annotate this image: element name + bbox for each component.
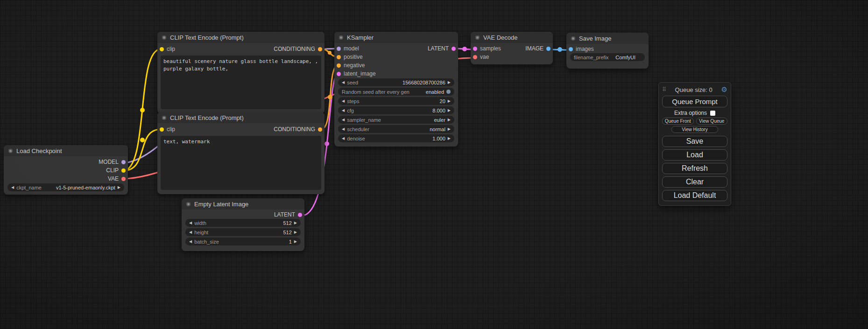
collapse-dot-icon[interactable] [8,149,13,153]
clip-port-icon[interactable] [160,47,164,51]
model-port-icon[interactable] [121,160,126,164]
node-title-bar[interactable]: Load Checkpoint [4,145,128,156]
collapse-dot-icon[interactable] [186,202,191,206]
increment-arrow-icon[interactable] [294,229,297,236]
output-vae[interactable]: VAE [108,175,126,182]
input-samples[interactable]: samples [473,45,501,52]
conditioning-port-icon[interactable] [318,127,322,132]
width-widget[interactable]: width 512 [186,219,300,226]
decrement-arrow-icon[interactable] [342,79,345,86]
vae-port-icon[interactable] [121,177,126,181]
queue-front-button[interactable]: Queue Front [662,118,694,125]
sampler-name-widget[interactable]: sampler_name euler [339,116,454,123]
increment-arrow-icon[interactable] [294,238,297,245]
drag-handle-icon[interactable]: ⠿ [662,86,666,93]
output-model[interactable]: MODEL [99,159,126,165]
output-clip[interactable]: CLIP [106,167,126,174]
ckpt-name-widget[interactable]: ckpt_name v1-5-pruned-emaonly.ckpt [8,184,124,191]
node-graph-canvas[interactable]: Load Checkpoint MODEL CLIP VAE [0,0,868,329]
increment-arrow-icon[interactable] [448,135,451,142]
input-vae[interactable]: vae [473,54,489,60]
view-queue-button[interactable]: View Queue [696,118,728,125]
increment-arrow-icon[interactable] [448,126,451,133]
decrement-arrow-icon[interactable] [189,229,192,236]
increment-arrow-icon[interactable] [448,98,451,105]
increment-arrow-icon[interactable] [118,184,120,191]
cfg-widget[interactable]: cfg 8.000 [339,107,454,114]
latent-port-icon[interactable] [473,47,477,51]
comfy-menu-panel[interactable]: ⠿ Queue size: 0 ⚙ Queue Prompt Extra opt… [658,82,731,206]
collapse-dot-icon[interactable] [571,36,575,41]
increment-arrow-icon[interactable] [448,116,451,123]
random-seed-toggle-widget[interactable]: Random seed after every gen enabled [339,88,454,95]
decrement-arrow-icon[interactable] [189,238,192,245]
latent-port-icon[interactable] [298,213,302,217]
node-title-bar[interactable]: KSampler [334,32,458,43]
decrement-arrow-icon[interactable] [342,98,345,105]
decrement-arrow-icon[interactable] [342,116,345,123]
scheduler-widget[interactable]: scheduler normal [339,126,454,133]
node-title-bar[interactable]: CLIP Text Encode (Prompt) [157,112,325,123]
view-history-button[interactable]: View History [671,126,719,133]
node-empty-latent-image[interactable]: Empty Latent Image LATENT width 512 heig… [182,198,304,251]
node-title-bar[interactable]: CLIP Text Encode (Prompt) [157,32,325,43]
input-images[interactable]: images [569,46,594,52]
input-clip[interactable]: clip [160,46,175,52]
decrement-arrow-icon[interactable] [342,126,345,133]
conditioning-port-icon[interactable] [337,63,341,68]
node-title-bar[interactable]: Save Image [566,33,649,44]
collapse-dot-icon[interactable] [162,35,166,40]
settings-gear-icon[interactable]: ⚙ [721,85,727,94]
collapse-dot-icon[interactable] [162,116,166,120]
decrement-arrow-icon[interactable] [189,219,192,226]
input-positive[interactable]: positive [337,54,363,60]
node-load-checkpoint[interactable]: Load Checkpoint MODEL CLIP VAE [4,145,128,195]
increment-arrow-icon[interactable] [294,219,297,226]
decrement-arrow-icon[interactable] [342,107,345,114]
height-widget[interactable]: height 512 [186,229,300,236]
decrement-arrow-icon[interactable] [11,184,14,191]
output-conditioning[interactable]: CONDITIONING [274,126,322,133]
save-button[interactable]: Save [662,136,727,147]
image-port-icon[interactable] [569,47,573,51]
node-title-bar[interactable]: VAE Decode [471,32,553,43]
node-clip-text-encode-positive[interactable]: CLIP Text Encode (Prompt) clip CONDITION… [157,32,325,113]
load-button[interactable]: Load [662,149,727,161]
steps-widget[interactable]: steps 20 [339,98,454,105]
input-negative[interactable]: negative [337,62,365,69]
positive-prompt-textarea[interactable]: beautiful scenery nature glass bottle la… [161,56,321,109]
denoise-widget[interactable]: denoise 1.000 [339,135,454,142]
node-title-bar[interactable]: Empty Latent Image [182,198,304,210]
latent-port-icon[interactable] [337,72,341,76]
collapse-dot-icon[interactable] [339,35,343,40]
image-port-icon[interactable] [546,47,550,51]
extra-options-checkbox[interactable] [710,111,715,116]
refresh-button[interactable]: Refresh [662,163,727,174]
output-conditioning[interactable]: CONDITIONING [274,46,322,52]
clip-port-icon[interactable] [160,127,164,132]
output-image[interactable]: IMAGE [525,45,550,52]
conditioning-port-icon[interactable] [337,55,341,59]
batch-size-widget[interactable]: batch_size 1 [186,238,300,245]
clear-button[interactable]: Clear [662,176,727,188]
conditioning-port-icon[interactable] [318,47,322,51]
increment-arrow-icon[interactable] [448,79,451,86]
decrement-arrow-icon[interactable] [342,135,345,142]
load-default-button[interactable]: Load Default [662,190,727,201]
collapse-dot-icon[interactable] [475,35,480,40]
output-latent[interactable]: LATENT [428,45,456,52]
negative-prompt-textarea[interactable]: text, watermark [161,136,321,190]
increment-arrow-icon[interactable] [448,107,451,114]
clip-port-icon[interactable] [121,168,126,173]
seed-widget[interactable]: seed 156680208700286 [339,79,454,86]
vae-port-icon[interactable] [473,55,477,59]
input-latent-image[interactable]: latent_image [337,70,376,77]
node-clip-text-encode-negative[interactable]: CLIP Text Encode (Prompt) clip CONDITION… [157,112,325,194]
toggle-indicator-icon[interactable] [446,90,451,94]
queue-prompt-button[interactable]: Queue Prompt [662,96,727,107]
filename-prefix-widget[interactable]: filename_prefix ComfyUI [571,54,644,61]
input-model[interactable]: model [337,45,359,52]
node-vae-decode[interactable]: VAE Decode samples IMAGE vae [471,32,553,64]
output-latent[interactable]: LATENT [274,211,302,218]
node-save-image[interactable]: Save Image images filename_prefix ComfyU… [566,33,649,69]
